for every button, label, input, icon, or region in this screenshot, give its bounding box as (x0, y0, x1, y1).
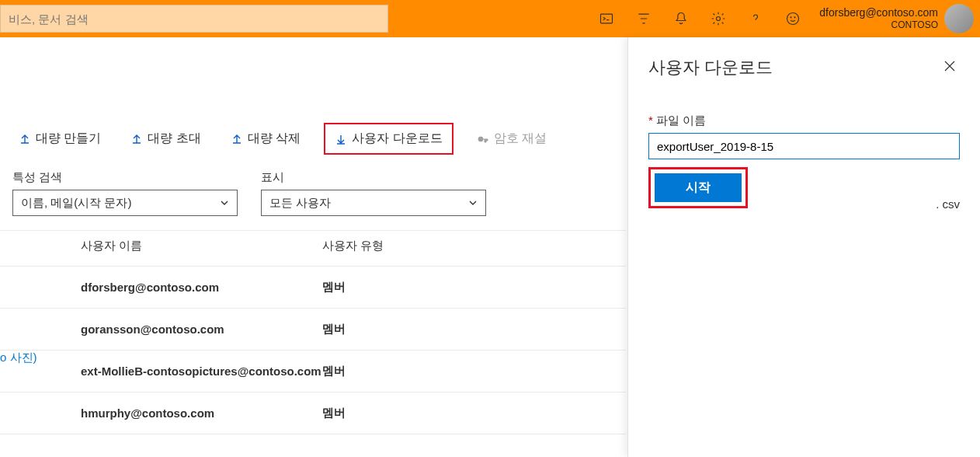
cell-username: hmurphy@contoso.com (0, 406, 322, 420)
download-users-label: 사용자 다운로드 (352, 131, 442, 147)
bulk-invite-label: 대량 초대 (148, 131, 200, 147)
start-button-highlight: 시작 (648, 167, 748, 208)
notifications-icon[interactable] (662, 0, 700, 37)
cell-usertype: 멤버 (322, 364, 478, 379)
upload-icon (231, 133, 243, 145)
required-asterisk: * (648, 113, 653, 127)
display-filter-label: 표시 (261, 170, 486, 185)
bulk-create-label: 대량 만들기 (36, 131, 101, 147)
chevron-down-icon (220, 198, 229, 208)
search-box[interactable] (0, 5, 388, 33)
svg-point-3 (791, 17, 791, 18)
feedback-icon[interactable] (774, 0, 811, 37)
table-row[interactable]: hmurphy@contoso.com 멤버 (0, 392, 626, 434)
filename-label: *파일 이름 (648, 113, 960, 128)
bulk-invite-button[interactable]: 대량 초대 (124, 126, 207, 152)
topbar: dforsberg@contoso.com CONTOSO (0, 0, 980, 37)
account-control[interactable]: dforsberg@contoso.com CONTOSO (811, 0, 980, 37)
cell-usertype: 멤버 (322, 322, 478, 337)
cell-usertype: 멤버 (322, 280, 478, 295)
start-button[interactable]: 시작 (655, 173, 742, 202)
bulk-delete-label: 대량 삭제 (248, 131, 301, 147)
table-header: 사용자 이름 사용자 유형 (0, 231, 626, 267)
download-icon (335, 133, 347, 145)
search-input[interactable] (9, 12, 380, 26)
svg-point-5 (478, 137, 483, 141)
cell-username: dforsberg@contoso.com (0, 281, 322, 294)
filter-icon[interactable] (625, 0, 662, 37)
display-filter-dropdown[interactable]: 모든 사용자 (261, 190, 486, 216)
svg-point-1 (717, 17, 721, 21)
bulk-delete-button[interactable]: 대량 삭제 (224, 126, 307, 152)
upload-icon (19, 133, 31, 145)
chevron-down-icon (468, 198, 478, 208)
users-table: 사용자 이름 사용자 유형 dforsberg@contoso.com 멤버 g… (0, 230, 626, 434)
file-extension: . csv (936, 197, 960, 211)
col-usertype[interactable]: 사용자 유형 (322, 239, 478, 253)
svg-point-2 (787, 13, 799, 25)
svg-rect-0 (601, 14, 613, 23)
close-button[interactable] (940, 56, 960, 78)
key-icon (477, 133, 489, 145)
topbar-icons: dforsberg@contoso.com CONTOSO (588, 0, 980, 37)
cloud-shell-icon[interactable] (588, 0, 625, 37)
panel-title: 사용자 다운로드 (648, 56, 773, 79)
search-filter-dropdown[interactable]: 이름, 메일(시작 문자) (12, 190, 238, 216)
filename-input[interactable] (648, 133, 960, 159)
row-prefix-link[interactable]: o 사진) (0, 351, 37, 365)
svg-point-4 (794, 17, 795, 18)
upload-icon (130, 133, 143, 145)
table-row[interactable]: goransson@contoso.com 멤버 (0, 309, 626, 351)
close-icon (943, 59, 957, 73)
password-reset-button: 암호 재설 (471, 126, 553, 152)
display-filter-value: 모든 사용자 (269, 196, 331, 211)
settings-icon[interactable] (700, 0, 737, 37)
bulk-create-button[interactable]: 대량 만들기 (12, 126, 107, 152)
password-reset-label: 암호 재설 (494, 131, 547, 147)
cell-username: ext-MollieB-contosopictures@contoso.com (0, 365, 322, 378)
table-row[interactable]: ext-MollieB-contosopictures@contoso.com … (0, 351, 626, 392)
account-org: CONTOSO (819, 19, 938, 30)
cell-username: goransson@contoso.com (0, 323, 322, 336)
avatar[interactable] (944, 4, 974, 33)
download-users-button[interactable]: 사용자 다운로드 (324, 123, 453, 155)
table-row[interactable]: dforsberg@contoso.com 멤버 (0, 267, 626, 309)
cell-usertype: 멤버 (322, 406, 478, 420)
account-email: dforsberg@contoso.com (819, 6, 938, 19)
download-users-panel: 사용자 다운로드 *파일 이름 . csv 시작 (627, 37, 980, 457)
search-filter-value: 이름, 메일(시작 문자) (21, 196, 132, 211)
col-username[interactable]: 사용자 이름 (0, 239, 322, 253)
search-filter-label: 특성 검색 (12, 170, 238, 185)
help-icon[interactable] (737, 0, 774, 37)
